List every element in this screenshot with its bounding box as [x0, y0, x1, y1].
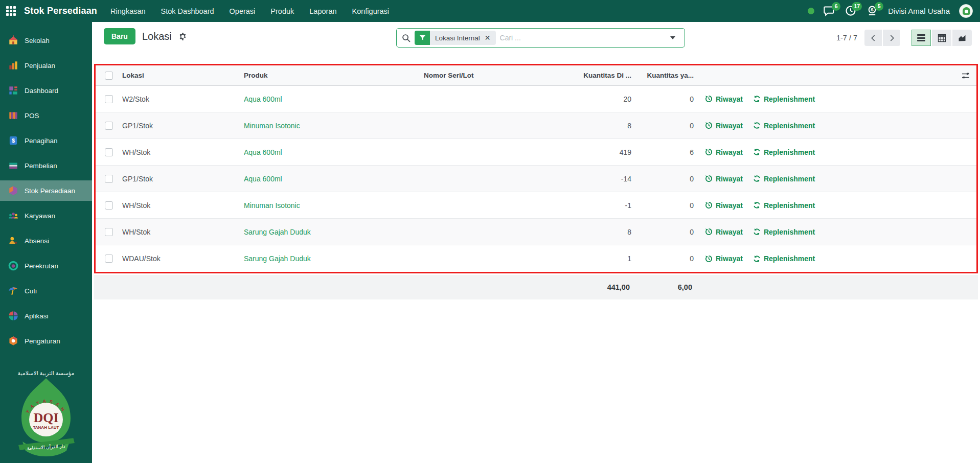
cell-qty-reserved: 0 — [634, 201, 697, 210]
search-dropdown-caret[interactable] — [665, 33, 680, 42]
replenishment-button[interactable]: Replenishment — [753, 228, 815, 236]
sidebar-item-label: Penjualan — [25, 62, 55, 70]
replenishment-button[interactable]: Replenishment — [753, 95, 815, 103]
foundation-logo: مؤسسة التربية الاسلامية Y A Y A S A N DQ… — [0, 367, 92, 459]
messages-icon[interactable]: 6 — [824, 5, 836, 17]
svg-text:DQI: DQI — [33, 410, 58, 425]
replenishment-button[interactable]: Replenishment — [753, 175, 815, 183]
replenishment-label: Replenishment — [764, 148, 815, 156]
table-row[interactable]: WH/Stok Minuman Isotonic -1 0 Riwayat Re… — [96, 192, 976, 219]
table-row[interactable]: W2/Stok Aqua 600ml 20 0 Riwayat Replenis… — [96, 86, 976, 112]
column-header-lokasi[interactable]: Lokasi — [122, 72, 244, 79]
facet-remove-icon[interactable]: ✕ — [485, 34, 491, 41]
sidebar-item-sekolah[interactable]: Sekolah — [0, 30, 92, 51]
column-header-serial[interactable]: Nomor Seri/Lot — [424, 72, 577, 79]
records-table: Lokasi Produk Nomor Seri/Lot Kuantitas D… — [94, 64, 978, 273]
sidebar-item-label: Stok Persediaan — [25, 187, 75, 195]
table-header-row: Lokasi Produk Nomor Seri/Lot Kuantitas D… — [96, 65, 976, 86]
cell-produk-link[interactable]: Aqua 600ml — [244, 175, 424, 183]
cell-lokasi: W2/Stok — [122, 95, 244, 103]
graph-view-icon — [958, 34, 967, 42]
row-checkbox[interactable] — [105, 228, 113, 236]
sidebar-item-stok-persediaan[interactable]: Stok Persediaan — [0, 180, 92, 201]
column-header-produk[interactable]: Produk — [244, 72, 424, 79]
table-row[interactable]: WH/Stok Sarung Gajah Duduk 8 0 Riwayat R… — [96, 219, 976, 245]
table-row[interactable]: WH/Stok Aqua 600ml 419 6 Riwayat Repleni… — [96, 139, 976, 166]
history-button[interactable]: Riwayat — [705, 148, 743, 156]
table-row[interactable]: WDAU/Stok Sarung Gajah Duduk 1 0 Riwayat… — [96, 245, 976, 272]
purchase-icon — [8, 160, 19, 171]
navbar-left: Stok Persediaan Ringkasan Stok Dashboard… — [0, 6, 389, 16]
search-input[interactable] — [500, 34, 665, 42]
replenishment-button[interactable]: Replenishment — [753, 122, 815, 130]
history-button[interactable]: Riwayat — [705, 122, 743, 130]
sidebar-item-penjualan[interactable]: Penjualan — [0, 55, 92, 76]
sidebar-item-cuti[interactable]: Cuti — [0, 281, 92, 301]
replenishment-label: Replenishment — [764, 254, 815, 263]
column-header-qty-on-hand[interactable]: Kuantitas Di ... — [577, 72, 634, 79]
cell-qty-reserved: 0 — [634, 228, 697, 236]
cell-produk-link[interactable]: Aqua 600ml — [244, 95, 424, 103]
select-all-checkbox[interactable] — [105, 72, 113, 80]
cell-produk-link[interactable]: Minuman Isotonic — [244, 122, 424, 130]
sidebar-item-pembelian[interactable]: Pembelian — [0, 155, 92, 176]
cell-produk-link[interactable]: Minuman Isotonic — [244, 201, 424, 210]
user-name[interactable]: Divisi Amal Usaha — [888, 7, 950, 15]
apps-menu-icon[interactable] — [6, 6, 16, 16]
new-record-button[interactable]: Baru — [104, 28, 135, 44]
row-checkbox[interactable] — [105, 254, 113, 263]
history-button[interactable]: Riwayat — [705, 175, 743, 183]
menu-operasi[interactable]: Operasi — [230, 7, 256, 15]
view-switcher-pivot[interactable] — [932, 30, 951, 46]
sidebar-item-aplikasi[interactable]: Aplikasi — [0, 306, 92, 326]
row-checkbox[interactable] — [105, 201, 113, 210]
history-button[interactable]: Riwayat — [705, 254, 743, 263]
sidebar-item-dashboard[interactable]: Dashboard — [0, 80, 92, 101]
sidebar-item-absensi[interactable]: Absensi — [0, 230, 92, 251]
menu-produk[interactable]: Produk — [270, 7, 294, 15]
view-switcher-graph[interactable] — [952, 30, 972, 46]
row-checkbox[interactable] — [105, 175, 113, 183]
table-row[interactable]: GP1/Stok Aqua 600ml -14 0 Riwayat Replen… — [96, 166, 976, 192]
facet-label: Lokasi Internal — [435, 34, 480, 42]
table-row[interactable]: GP1/Stok Minuman Isotonic 8 0 Riwayat Re… — [96, 112, 976, 139]
sidebar-item-label: Perekrutan — [25, 262, 58, 270]
row-checkbox[interactable] — [105, 148, 113, 156]
sidebar-item-penagihan[interactable]: $ Penagihan — [0, 130, 92, 151]
sidebar-item-karyawan[interactable]: Karyawan — [0, 205, 92, 226]
sidebar-item-perekrutan[interactable]: Perekrutan — [0, 256, 92, 276]
pager-previous-button[interactable] — [864, 30, 882, 46]
svg-text:TANAH LAUT: TANAH LAUT — [33, 425, 59, 430]
messages-badge: 6 — [832, 2, 840, 11]
replenishment-label: Replenishment — [764, 175, 815, 183]
replenishment-button[interactable]: Replenishment — [753, 254, 815, 263]
cell-produk-link[interactable]: Sarung Gajah Duduk — [244, 254, 424, 263]
navbar-right: 6 17 $ 5 Divisi Amal Usaha — [808, 4, 980, 18]
pager-next-button[interactable] — [883, 30, 900, 46]
history-label: Riwayat — [716, 148, 743, 156]
svg-text:$: $ — [12, 137, 15, 144]
menu-ringkasan[interactable]: Ringkasan — [110, 7, 146, 15]
cell-produk-link[interactable]: Sarung Gajah Duduk — [244, 228, 424, 236]
payments-icon[interactable]: $ 5 — [867, 5, 879, 17]
history-button[interactable]: Riwayat — [705, 95, 743, 103]
activities-clock-icon[interactable]: 17 — [845, 5, 857, 17]
row-checkbox[interactable] — [105, 122, 113, 130]
view-switcher-list[interactable] — [911, 30, 931, 46]
row-checkbox[interactable] — [105, 95, 113, 103]
menu-laporan[interactable]: Laporan — [309, 7, 336, 15]
history-button[interactable]: Riwayat — [705, 228, 743, 236]
optional-columns-icon[interactable] — [961, 71, 970, 80]
column-header-qty-reserved[interactable]: Kuantitas ya... — [634, 72, 697, 79]
user-avatar[interactable] — [959, 4, 973, 18]
replenishment-button[interactable]: Replenishment — [753, 148, 815, 156]
actions-gear-icon[interactable] — [178, 32, 187, 41]
sidebar-item-pos[interactable]: POS — [0, 105, 92, 126]
menu-konfigurasi[interactable]: Konfigurasi — [352, 7, 390, 15]
sidebar-item-pengaturan[interactable]: Pengaturan — [0, 331, 92, 351]
replenishment-button[interactable]: Replenishment — [753, 201, 815, 210]
history-button[interactable]: Riwayat — [705, 201, 743, 210]
menu-stok-dashboard[interactable]: Stok Dashboard — [161, 7, 214, 15]
cell-qty-on-hand: -14 — [577, 175, 634, 183]
cell-produk-link[interactable]: Aqua 600ml — [244, 148, 424, 156]
